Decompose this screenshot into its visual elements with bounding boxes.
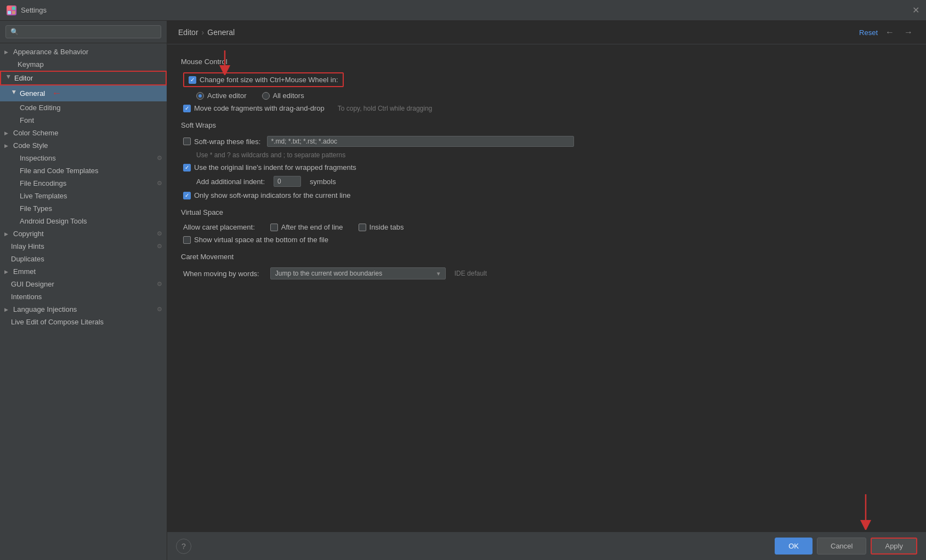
inside-tabs-wrap[interactable]: Inside tabs (359, 223, 404, 231)
sidebar-item-emmet[interactable]: ▶ Emmet (0, 265, 167, 278)
sidebar-item-keymap[interactable]: ▶ Keymap (0, 58, 167, 71)
arrow-icon: ▶ (4, 49, 11, 55)
use-original-indent-row: Use the original line's indent for wrapp… (181, 163, 912, 172)
sidebar-item-language-injections[interactable]: ▶ Language Injections ⚙ (0, 303, 167, 316)
sidebar-item-label: General (20, 89, 45, 98)
sidebar-item-file-encodings[interactable]: File Encodings ⚙ (0, 177, 167, 190)
soft-wrap-input[interactable] (267, 136, 574, 147)
svg-rect-1 (12, 7, 15, 10)
sidebar-item-general[interactable]: ▶ General ← (0, 85, 167, 101)
soft-wraps-section: Soft Wraps Soft-wrap these files: Use * … (181, 121, 912, 199)
sidebar-item-intentions[interactable]: Intentions (0, 290, 167, 303)
arrow-icon: ▶ (4, 130, 11, 136)
after-end-wrap[interactable]: After the end of line (270, 223, 343, 231)
change-font-checkbox[interactable] (189, 76, 196, 84)
active-editor-radio-wrap[interactable]: Active editor (196, 92, 247, 100)
inside-tabs-label: Inside tabs (370, 223, 404, 231)
sidebar-item-color-scheme[interactable]: ▶ Color Scheme (0, 127, 167, 139)
sidebar-item-duplicates[interactable]: Duplicates (0, 253, 167, 265)
drag-drop-checkbox-wrap[interactable]: Move code fragments with drag-and-drop (183, 104, 325, 112)
all-editors-radio[interactable] (262, 92, 270, 100)
section-title-caret-movement: Caret Movement (181, 253, 912, 261)
forward-button[interactable]: → (902, 26, 915, 38)
title-bar-left: Settings (7, 5, 47, 15)
cancel-button[interactable]: Cancel (817, 538, 866, 555)
sidebar-item-gui-designer[interactable]: GUI Designer ⚙ (0, 278, 167, 290)
active-editor-radio[interactable] (196, 92, 204, 100)
sidebar-item-label: Live Templates (20, 192, 67, 200)
use-original-indent-checkbox[interactable] (183, 164, 191, 172)
help-button[interactable]: ? (176, 539, 191, 554)
sidebar-item-label: Live Edit of Compose Literals (11, 318, 104, 326)
sidebar-item-code-style[interactable]: ▶ Code Style (0, 139, 167, 152)
sidebar-item-label: Inspections (20, 154, 56, 162)
use-original-indent-label: Use the original line's indent for wrapp… (194, 163, 356, 172)
reset-link[interactable]: Reset (859, 28, 878, 37)
sidebar-item-inspections[interactable]: Inspections ⚙ (0, 152, 167, 164)
drag-drop-checkbox[interactable] (183, 105, 191, 112)
window-title: Settings (21, 6, 47, 14)
use-original-indent-wrap[interactable]: Use the original line's indent for wrapp… (183, 163, 356, 172)
sidebar-item-label: Language Injections (13, 305, 77, 313)
sidebar-item-label: Color Scheme (13, 129, 58, 137)
when-moving-label: When moving by words: (183, 270, 259, 278)
sidebar-item-file-code-templates[interactable]: File and Code Templates (0, 164, 167, 177)
sidebar-item-appearance[interactable]: ▶ Appearance & Behavior (0, 45, 167, 58)
active-editor-label: Active editor (207, 92, 247, 100)
arrow-icon: ▶ (4, 143, 11, 148)
show-virtual-checkbox[interactable] (183, 236, 191, 244)
add-indent-label: Add additional indent: (196, 178, 265, 186)
drag-drop-row: Move code fragments with drag-and-drop T… (181, 104, 912, 112)
sidebar-item-copyright[interactable]: ▶ Copyright ⚙ (0, 227, 167, 240)
sidebar-item-live-templates[interactable]: Live Templates (0, 190, 167, 202)
after-end-checkbox[interactable] (270, 224, 278, 231)
change-font-checkbox-wrap[interactable]: Change font size with Ctrl+Mouse Wheel i… (189, 76, 338, 84)
arrow-icon: ▶ (4, 269, 11, 275)
sidebar-item-editor[interactable]: ▶ Editor (0, 71, 167, 85)
soft-wrap-hint: Use * and ? as wildcards and ; to separa… (196, 151, 345, 159)
change-font-row: Change font size with Ctrl+Mouse Wheel i… (181, 72, 912, 87)
inside-tabs-checkbox[interactable] (359, 224, 366, 231)
only-show-wrap[interactable]: Only show soft-wrap indicators for the c… (183, 191, 350, 199)
dropdown-container: Jump to the current word boundaries ▼ (270, 267, 446, 279)
only-show-checkbox[interactable] (183, 192, 191, 199)
sidebar-item-label: File and Code Templates (20, 167, 99, 175)
soft-wrap-label: Soft-wrap these files: (194, 138, 260, 146)
gear-icon: ⚙ (157, 306, 162, 313)
sidebar-item-live-edit-compose[interactable]: Live Edit of Compose Literals (0, 316, 167, 328)
sidebar-item-code-editing[interactable]: Code Editing (0, 101, 167, 114)
drag-drop-label: Move code fragments with drag-and-drop (194, 104, 325, 112)
sidebar-item-android-design-tools[interactable]: Android Design Tools (0, 215, 167, 227)
apply-button[interactable]: Apply (871, 538, 917, 555)
show-virtual-wrap[interactable]: Show virtual space at the bottom of the … (183, 236, 328, 244)
content-area: Editor › General Reset ← → Mouse Control (167, 21, 926, 532)
section-title-mouse: Mouse Control (181, 58, 912, 66)
app-icon (7, 5, 16, 15)
soft-wrap-checkbox[interactable] (183, 138, 191, 145)
add-indent-input[interactable] (274, 176, 301, 187)
breadcrumb: Editor › General (178, 28, 235, 37)
bottom-bar: ? OK Cancel Apply (167, 532, 926, 560)
editor-radio-row: Active editor All editors (181, 92, 912, 100)
close-button[interactable]: ✕ (912, 6, 919, 15)
ok-button[interactable]: OK (775, 538, 813, 555)
all-editors-radio-wrap[interactable]: All editors (262, 92, 304, 100)
sidebar-item-inlay-hints[interactable]: Inlay Hints ⚙ (0, 240, 167, 253)
sidebar-item-font[interactable]: Font (0, 114, 167, 127)
sidebar-item-label: Intentions (11, 293, 42, 301)
sidebar-item-file-types[interactable]: File Types (0, 202, 167, 215)
search-input[interactable] (5, 25, 161, 38)
sidebar-item-label: File Types (20, 204, 52, 213)
gear-icon: ⚙ (157, 243, 162, 250)
back-button[interactable]: ← (883, 26, 896, 38)
soft-wrap-files-row: Soft-wrap these files: (181, 136, 912, 147)
when-moving-row: When moving by words: Jump to the curren… (181, 267, 912, 279)
content-container: Editor › General Reset ← → Mouse Control (167, 21, 926, 560)
caret-movement-dropdown[interactable]: Jump to the current word boundaries (270, 267, 446, 279)
soft-wrap-checkbox-wrap[interactable]: Soft-wrap these files: (183, 138, 260, 146)
red-arrow-sidebar: ← (52, 88, 61, 99)
breadcrumb-current: General (207, 28, 235, 37)
show-virtual-label: Show virtual space at the bottom of the … (194, 236, 328, 244)
section-title-virtual-space: Virtual Space (181, 208, 912, 216)
arrow-icon: ▶ (4, 231, 11, 237)
